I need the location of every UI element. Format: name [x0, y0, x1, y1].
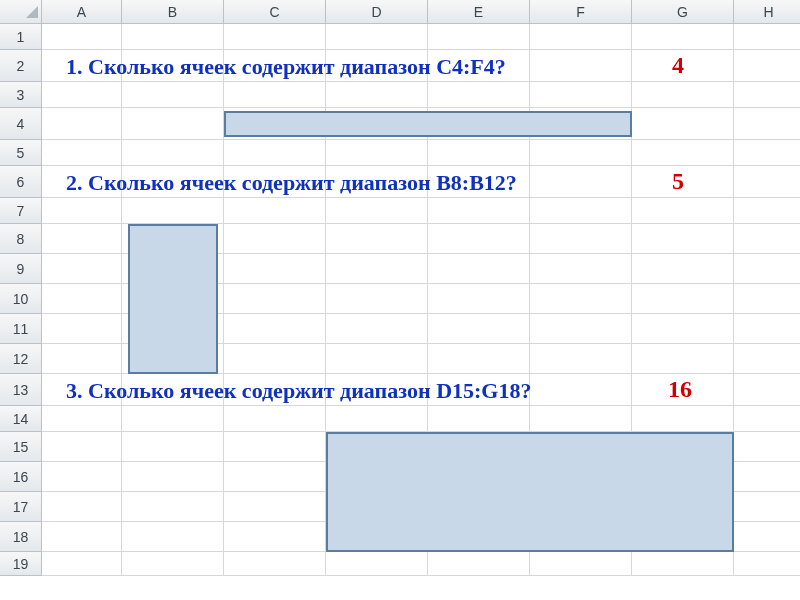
column-header-E[interactable]: E — [428, 0, 530, 24]
row-headers: 12345678910111213141516171819 — [0, 24, 42, 576]
row-header-6[interactable]: 6 — [0, 166, 42, 198]
row-header-2[interactable]: 2 — [0, 50, 42, 82]
question-2: 2. Сколько ячеек содержит диапазон B8:B1… — [66, 170, 517, 196]
column-header-A[interactable]: A — [42, 0, 122, 24]
row-header-10[interactable]: 10 — [0, 284, 42, 314]
row-header-14[interactable]: 14 — [0, 406, 42, 432]
range-r1 — [224, 111, 632, 137]
question-3: 3. Сколько ячеек содержит диапазон D15:G… — [66, 378, 531, 404]
row-header-11[interactable]: 11 — [0, 314, 42, 344]
row-header-13[interactable]: 13 — [0, 374, 42, 406]
row-header-8[interactable]: 8 — [0, 224, 42, 254]
row-header-3[interactable]: 3 — [0, 82, 42, 108]
answer-1: 4 — [672, 52, 684, 79]
grid-area[interactable]: 1. Сколько ячеек содержит диапазон C4:F4… — [42, 24, 800, 576]
gridline-h — [42, 575, 800, 576]
gridline-h — [42, 405, 800, 406]
row-header-18[interactable]: 18 — [0, 522, 42, 552]
select-all-triangle-icon — [26, 6, 38, 18]
row-header-9[interactable]: 9 — [0, 254, 42, 284]
row-header-7[interactable]: 7 — [0, 198, 42, 224]
row-header-5[interactable]: 5 — [0, 140, 42, 166]
gridline-h — [42, 107, 800, 108]
column-header-F[interactable]: F — [530, 0, 632, 24]
gridline-h — [42, 139, 800, 140]
row-header-16[interactable]: 16 — [0, 462, 42, 492]
row-header-4[interactable]: 4 — [0, 108, 42, 140]
range-r3 — [326, 432, 734, 552]
answer-3: 16 — [668, 376, 692, 403]
spreadsheet-viewport: ABCDEFGH 12345678910111213141516171819 1… — [0, 0, 800, 600]
column-header-G[interactable]: G — [632, 0, 734, 24]
gridline-h — [42, 81, 800, 82]
row-header-15[interactable]: 15 — [0, 432, 42, 462]
answer-2: 5 — [672, 168, 684, 195]
column-header-D[interactable]: D — [326, 0, 428, 24]
select-all-corner[interactable] — [0, 0, 42, 24]
column-header-B[interactable]: B — [122, 0, 224, 24]
row-header-17[interactable]: 17 — [0, 492, 42, 522]
column-header-C[interactable]: C — [224, 0, 326, 24]
row-header-12[interactable]: 12 — [0, 344, 42, 374]
gridline-h — [42, 197, 800, 198]
column-header-H[interactable]: H — [734, 0, 800, 24]
row-header-1[interactable]: 1 — [0, 24, 42, 50]
gridline-h — [42, 165, 800, 166]
column-headers: ABCDEFGH — [0, 0, 800, 24]
row-header-19[interactable]: 19 — [0, 552, 42, 576]
gridline-h — [42, 49, 800, 50]
question-1: 1. Сколько ячеек содержит диапазон C4:F4… — [66, 54, 506, 80]
range-r2 — [128, 224, 218, 374]
